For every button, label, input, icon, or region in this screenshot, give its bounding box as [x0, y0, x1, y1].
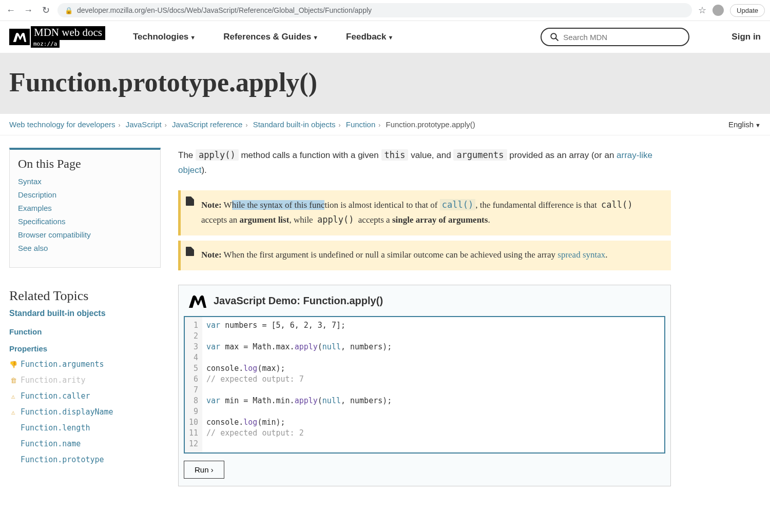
profile-avatar[interactable]	[713, 5, 724, 16]
intro-paragraph: The apply() method calls a function with…	[178, 148, 671, 178]
breadcrumb: Web technology for developers› JavaScrip…	[9, 120, 475, 129]
logo-text: MDN web docs	[31, 26, 105, 40]
code-this: this	[381, 149, 409, 161]
crumb-javascript[interactable]: JavaScript	[126, 120, 162, 129]
browser-toolbar: ← → ↻ 🔒 developer.mozilla.org/en-US/docs…	[0, 0, 770, 21]
nav-technologies[interactable]: Technologies▼	[133, 32, 196, 42]
note-icon	[186, 196, 194, 206]
warning-icon: ⚠	[9, 408, 17, 416]
toc-syntax[interactable]: Syntax	[18, 177, 152, 186]
crumb-function[interactable]: Function	[346, 120, 376, 129]
demo-title: JavaScript Demo: Function.apply()	[214, 295, 383, 307]
chevron-down-icon: ▼	[755, 122, 761, 128]
trash-icon: 🗑	[9, 377, 17, 384]
thumb-down-icon: 👎	[9, 361, 17, 368]
demo-box: JavaScript Demo: Function.apply() 123456…	[178, 285, 671, 486]
search-box[interactable]	[541, 28, 689, 46]
svg-point-0	[551, 33, 557, 39]
crumb-web-tech[interactable]: Web technology for developers	[9, 120, 116, 129]
back-icon[interactable]: ←	[5, 5, 16, 16]
language-selector[interactable]: English▼	[728, 120, 761, 129]
search-input[interactable]	[563, 33, 680, 42]
address-bar[interactable]: 🔒 developer.mozilla.org/en-US/docs/Web/J…	[57, 3, 692, 17]
url-text: developer.mozilla.org/en-US/docs/Web/Jav…	[77, 6, 372, 14]
run-button[interactable]: Run ›	[184, 461, 224, 479]
search-icon	[550, 32, 559, 42]
nav-references[interactable]: References & Guides▼	[223, 32, 318, 42]
title-section: Function.prototype.apply()	[0, 53, 770, 114]
content: On this Page Syntax Description Examples…	[0, 135, 770, 499]
chevron-down-icon: ▼	[313, 34, 318, 41]
related-function[interactable]: Function	[9, 327, 161, 336]
toc-box: On this Page Syntax Description Examples…	[9, 148, 161, 268]
toc-heading: On this Page	[18, 157, 152, 171]
toc-examples[interactable]: Examples	[18, 204, 152, 212]
line-numbers: 123456789101112	[185, 317, 202, 452]
toc-description[interactable]: Description	[18, 190, 152, 199]
sidebar: On this Page Syntax Description Examples…	[9, 148, 161, 486]
note-spread: Note: When the first argument is undefin…	[178, 241, 671, 270]
chevron-down-icon: ▼	[388, 34, 394, 41]
chevron-down-icon: ▼	[190, 34, 196, 41]
forward-icon[interactable]: →	[23, 5, 34, 16]
code-content: var numbers = [5, 6, 2, 3, 7]; var max =…	[202, 317, 664, 452]
related-topics: Related Topics Standard built-in objects…	[9, 288, 161, 464]
svg-line-1	[556, 38, 559, 41]
highlighted-text: hile the syntax of this func	[232, 200, 325, 210]
prop-displayname[interactable]: ⚠Function.displayName	[9, 407, 161, 417]
code-editor[interactable]: 123456789101112 var numbers = [5, 6, 2, …	[184, 316, 665, 454]
crumb-js-ref[interactable]: JavaScript reference	[172, 120, 243, 129]
signin-link[interactable]: Sign in	[732, 32, 761, 42]
toc-browser-compat[interactable]: Browser compatibility	[18, 230, 152, 239]
prop-arguments[interactable]: 👎Function.arguments	[9, 360, 161, 369]
breadcrumb-row: Web technology for developers› JavaScrip…	[0, 114, 770, 135]
nav-feedback[interactable]: Feedback▼	[346, 32, 393, 42]
toc-specifications[interactable]: Specifications	[18, 217, 152, 226]
code-call[interactable]: call()	[440, 199, 475, 210]
related-heading: Related Topics	[9, 288, 161, 304]
prop-caller[interactable]: ⚠Function.caller	[9, 391, 161, 401]
related-builtin[interactable]: Standard built-in objects	[9, 309, 161, 318]
code-apply: apply()	[196, 149, 239, 161]
reload-icon[interactable]: ↻	[40, 5, 51, 16]
warning-icon: ⚠	[9, 392, 17, 400]
crumb-current: Function.prototype.apply()	[386, 120, 475, 129]
crumb-builtin[interactable]: Standard built-in objects	[253, 120, 336, 129]
site-header: MDN web docs moz://a Technologies▼ Refer…	[0, 21, 770, 53]
prop-prototype[interactable]: Function.prototype	[9, 455, 161, 464]
note-icon	[186, 247, 194, 256]
demo-header: JavaScript Demo: Function.apply()	[179, 285, 670, 316]
mdn-logo[interactable]: MDN web docs moz://a	[9, 26, 105, 48]
toc-see-also[interactable]: See also	[18, 244, 152, 252]
code-arguments: arguments	[453, 149, 507, 161]
bookmark-icon[interactable]: ☆	[698, 5, 706, 16]
prop-length[interactable]: Function.length	[9, 423, 161, 432]
logo-subtext: moz://a	[31, 40, 60, 48]
lock-icon: 🔒	[65, 7, 73, 14]
prop-name[interactable]: Function.name	[9, 439, 161, 448]
link-spread-syntax[interactable]: spread syntax	[557, 250, 605, 260]
page-title: Function.prototype.apply()	[9, 67, 761, 97]
update-button[interactable]: Update	[730, 4, 765, 17]
prop-arity[interactable]: 🗑Function.arity	[9, 376, 161, 385]
main-content: The apply() method calls a function with…	[178, 148, 671, 486]
note-syntax: Note: While the syntax of this function …	[178, 190, 671, 235]
mdn-dino-icon	[187, 292, 207, 309]
related-properties[interactable]: Properties	[9, 344, 161, 353]
